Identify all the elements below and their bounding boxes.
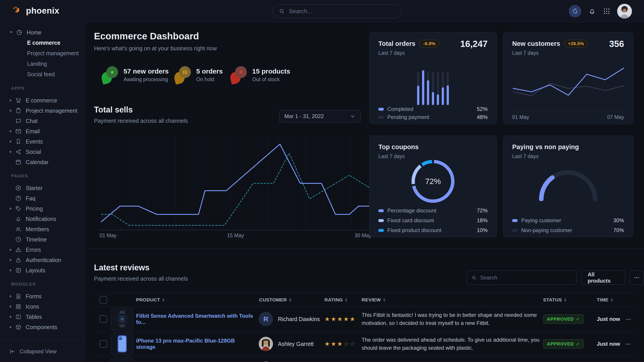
sidebar-item-label: Timeline	[26, 236, 47, 243]
collapse-icon	[9, 348, 16, 355]
caret-right-icon	[10, 109, 12, 112]
card-title: New customers	[512, 40, 560, 47]
sidebar-item-faq[interactable]: Faq	[0, 193, 85, 203]
legend-swatch	[378, 116, 384, 119]
sidebar-subitem-e-commerce[interactable]: E commerce	[0, 37, 85, 48]
sidebar-item-label: Starter	[26, 185, 42, 191]
sidebar-item-authentication[interactable]: Authentication	[0, 255, 85, 265]
table-row: Fitbit Sense Advanced Smartwatch with To…	[94, 307, 635, 332]
sidebar-item-chat[interactable]: Chat	[0, 116, 85, 126]
column-header-time[interactable]: TIME	[597, 297, 613, 303]
sidebar-item-pricing[interactable]: Pricing	[0, 203, 85, 214]
all-products-button[interactable]: All products	[581, 271, 625, 285]
axis-label: 01 May	[512, 114, 529, 120]
notifications-button[interactable]	[588, 7, 596, 15]
sidebar-item-email[interactable]: Email	[0, 126, 85, 136]
product-thumbnail[interactable]	[111, 333, 133, 355]
lock-icon	[15, 257, 22, 263]
sidebar-item-label: Events	[26, 138, 43, 145]
sidebar-item-starter[interactable]: Starter	[0, 183, 85, 193]
profile-avatar[interactable]	[617, 4, 632, 18]
product-thumbnail[interactable]	[111, 308, 133, 330]
sidebar-item-label: Faq	[26, 195, 35, 202]
sidebar-item-label: Chat	[26, 118, 38, 124]
sidebar-item-forms[interactable]: Forms	[0, 291, 85, 301]
sidebar-item-project-management[interactable]: Project management	[0, 105, 85, 116]
sidebar-item-components[interactable]: Components	[0, 322, 85, 332]
compass-icon	[15, 185, 22, 191]
sidebar-subitem-project-management[interactable]: Project management	[0, 48, 85, 58]
sidebar-item-label: Notifications	[26, 216, 56, 222]
column-header-status[interactable]: STATUS	[543, 297, 566, 303]
sidebar-item-icons[interactable]: Icons	[0, 301, 85, 312]
customer-name: Ashley Garrett	[278, 341, 314, 347]
bookmark-icon	[15, 138, 22, 145]
column-header-product[interactable]: PRODUCT	[136, 297, 164, 303]
caret-spacer	[10, 228, 12, 231]
file-icon	[15, 293, 22, 300]
table-body: Fitbit Sense Advanced Smartwatch with To…	[94, 307, 635, 362]
sidebar-item-label: Email	[26, 128, 40, 135]
caret-right-icon	[10, 248, 12, 251]
stat-on-hold: 5 ordersOn hold	[174, 66, 230, 84]
moon-icon	[572, 8, 578, 14]
sidebar-section-pages: PAGES	[0, 174, 85, 178]
orders-legend: Completed52%Pending payment48%	[378, 106, 488, 120]
brand-logo[interactable]: phoenix	[11, 5, 59, 16]
row-actions-button[interactable]: •••	[626, 317, 631, 321]
reviews-more-button[interactable]: •••	[630, 271, 644, 285]
rating-stars: ★★★★★	[324, 316, 356, 323]
product-thumbnail[interactable]	[111, 358, 133, 362]
legend-label: Pending payment	[387, 114, 477, 120]
column-header-rating[interactable]: RATING	[324, 297, 347, 303]
warning-icon	[15, 246, 22, 253]
product-link[interactable]: iPhone 13 pro max-Pacific Blue-128GB sto…	[136, 338, 255, 350]
trend-badge: -6.8%	[419, 40, 439, 47]
theme-toggle-button[interactable]	[569, 5, 581, 17]
collapsed-view-toggle[interactable]: Collapsed View	[0, 341, 85, 362]
paying-legend: Paying customer30%Non-paying customer70%	[512, 217, 624, 233]
caret-right-icon	[10, 207, 12, 210]
sort-icon	[564, 298, 566, 302]
sidebar-item-e-commerce[interactable]: E commerce	[0, 95, 85, 105]
product-image	[111, 308, 133, 330]
sidebar-item-members[interactable]: Members	[0, 224, 85, 234]
sidebar-item-calendar[interactable]: Calendar	[0, 157, 85, 167]
row-checkbox[interactable]	[100, 315, 107, 323]
global-search-input[interactable]	[288, 7, 396, 15]
sidebar-item-label: Project management	[26, 107, 78, 114]
sort-icon	[289, 298, 291, 302]
quick-stats: ★57 new ordersAwating processing5 orders…	[102, 66, 290, 84]
clock-icon	[15, 236, 22, 243]
legend-value: 30%	[613, 217, 624, 224]
sidebar-item-notifications[interactable]: Notifications	[0, 214, 85, 224]
row-checkbox[interactable]	[100, 340, 107, 348]
star-status-icon: ★	[102, 66, 118, 84]
select-all-checkbox[interactable]	[100, 296, 107, 304]
row-actions-button[interactable]: •••	[626, 342, 631, 346]
caret-right-icon	[10, 305, 12, 308]
sidebar-item-home[interactable]: Home	[0, 27, 85, 37]
column-header-customer[interactable]: CUSTOMER	[259, 297, 291, 303]
caret-spacer	[10, 120, 12, 122]
sidebar-item-label: Authentication	[26, 257, 61, 263]
trend-badge: +26.5%	[564, 40, 588, 47]
sidebar-item-events[interactable]: Events	[0, 136, 85, 147]
sidebar-item-label: Components	[26, 324, 58, 331]
sidebar-subitem-landing[interactable]: Landing	[0, 58, 85, 69]
sidebar-item-timeline[interactable]: Timeline	[0, 234, 85, 245]
coupons-legend: Percentage discount72%Fixed card discoun…	[378, 208, 488, 233]
reviews-search-input[interactable]	[480, 274, 572, 281]
sidebar-subitem-social-feed[interactable]: Social feed	[0, 69, 85, 80]
product-link[interactable]: Fitbit Sense Advanced Smartwatch with To…	[136, 313, 255, 325]
sidebar-item-tables[interactable]: Tables	[0, 312, 85, 322]
sidebar-item-errors[interactable]: Errors	[0, 245, 85, 255]
column-header-review[interactable]: REVIEW	[362, 297, 385, 303]
customer-avatar: R	[259, 312, 273, 326]
card-period: Last 7 days	[512, 50, 624, 56]
sidebar-item-social[interactable]: Social	[0, 147, 85, 157]
clipboard-icon	[15, 107, 22, 114]
sidebar-item-layouts[interactable]: Layouts	[0, 265, 85, 276]
date-range-select[interactable]: Mar 1 - 31, 2022	[279, 110, 361, 122]
apps-menu-button[interactable]	[603, 7, 610, 15]
